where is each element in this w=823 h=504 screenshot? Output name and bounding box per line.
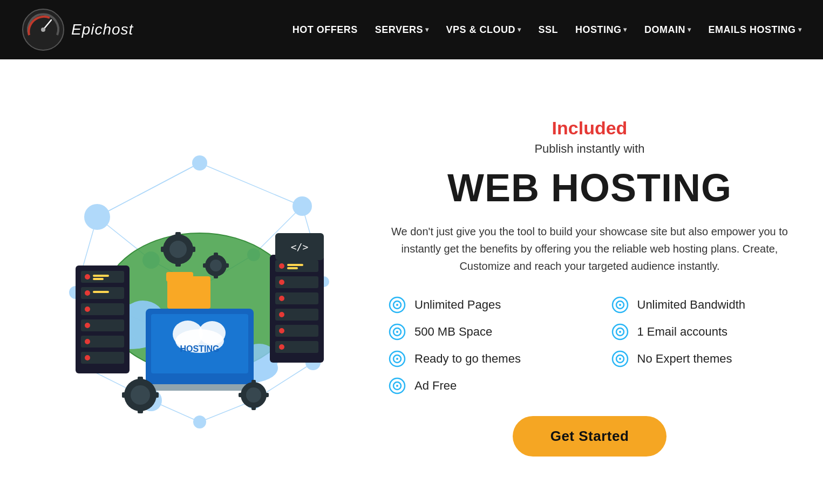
svg-rect-98 [138, 407, 143, 413]
feature-icon-unlimited-bandwidth [611, 296, 629, 314]
svg-rect-92 [214, 273, 218, 278]
svg-point-2 [41, 28, 45, 32]
navbar: Epichost HOT OFFERS SERVERS ▾ VPS & CLOU… [0, 0, 823, 59]
vps-arrow: ▾ [518, 26, 521, 33]
emails-arrow: ▾ [798, 26, 802, 33]
logo-text: Epichost [71, 21, 133, 38]
main-content: HOSTING </> [0, 59, 823, 504]
svg-point-43 [85, 274, 90, 280]
feature-ad-free: Ad Free [389, 377, 568, 394]
included-label: Included [389, 118, 791, 139]
svg-line-4 [200, 163, 302, 206]
svg-rect-88 [189, 247, 195, 252]
svg-rect-61 [287, 267, 298, 269]
feature-email-accounts: 1 Email accounts [611, 323, 791, 340]
feature-icon-ad-free [389, 377, 406, 394]
nav-item-domain[interactable]: DOMAIN ▾ [644, 24, 691, 36]
feature-icon-unlimited-pages [389, 296, 406, 314]
features-grid: Unlimited Pages Unlimited Bandwidth 500 … [389, 296, 791, 394]
svg-point-90 [210, 260, 222, 271]
svg-line-19 [97, 163, 200, 217]
svg-point-124 [619, 358, 621, 360]
svg-rect-48 [93, 291, 109, 293]
svg-rect-86 [175, 260, 181, 267]
nav-item-vps-cloud[interactable]: VPS & CLOUD ▾ [446, 24, 521, 36]
svg-rect-87 [161, 247, 167, 252]
svg-text:</>: </> [291, 241, 309, 253]
svg-rect-103 [251, 380, 256, 385]
publish-text: Publish instantly with [389, 142, 791, 156]
svg-point-63 [279, 280, 284, 285]
svg-rect-91 [214, 253, 218, 258]
svg-rect-99 [122, 392, 128, 398]
feature-no-expert-themes: No Expert themes [611, 350, 791, 367]
feature-icon-email [611, 323, 629, 340]
domain-arrow: ▾ [688, 26, 691, 33]
svg-point-54 [85, 339, 90, 344]
hero-description: We don't just give you the tool to build… [389, 223, 791, 275]
svg-point-118 [619, 331, 621, 333]
svg-point-69 [279, 328, 284, 333]
svg-point-67 [279, 312, 284, 317]
svg-rect-93 [203, 263, 208, 268]
logo-icon [22, 8, 65, 51]
feature-icon-ready-themes [389, 350, 406, 367]
nav-item-servers[interactable]: SERVERS ▾ [375, 24, 429, 36]
hosting-illustration: HOSTING </> [43, 120, 356, 454]
svg-rect-105 [239, 393, 244, 397]
svg-point-21 [84, 204, 110, 230]
svg-point-52 [85, 323, 90, 328]
nav-links: HOT OFFERS SERVERS ▾ VPS & CLOUD ▾ SSL H… [293, 24, 801, 36]
svg-rect-106 [263, 393, 269, 397]
content-area: Included Publish instantly with WEB HOST… [367, 118, 791, 456]
feature-unlimited-pages: Unlimited Pages [389, 296, 568, 314]
svg-point-22 [293, 196, 312, 216]
nav-item-hosting[interactable]: HOSTING ▾ [575, 24, 627, 36]
svg-point-102 [246, 387, 261, 403]
svg-point-47 [85, 290, 90, 296]
svg-point-75 [173, 321, 203, 348]
svg-point-71 [279, 344, 284, 350]
svg-point-84 [169, 241, 187, 258]
svg-rect-85 [175, 232, 181, 239]
cta-area: Get Started [389, 416, 791, 457]
svg-rect-104 [251, 405, 256, 410]
feature-ready-themes: Ready to go themes [389, 350, 568, 367]
svg-rect-94 [223, 263, 229, 268]
servers-arrow: ▾ [425, 26, 429, 33]
nav-item-ssl[interactable]: SSL [538, 24, 558, 36]
nav-item-hot-offers[interactable]: HOT OFFERS [293, 24, 358, 36]
feature-unlimited-bandwidth: Unlimited Bandwidth [611, 296, 791, 314]
svg-rect-45 [93, 278, 104, 280]
svg-point-127 [396, 385, 398, 387]
feature-icon-500mb [389, 323, 406, 340]
svg-rect-44 [93, 275, 109, 277]
svg-point-96 [131, 385, 150, 405]
svg-rect-97 [138, 377, 143, 383]
svg-point-121 [396, 358, 398, 360]
svg-point-50 [85, 307, 90, 312]
svg-point-115 [396, 331, 398, 333]
logo-area: Epichost [22, 8, 133, 51]
svg-text:HOSTING: HOSTING [180, 344, 220, 353]
svg-point-56 [85, 355, 90, 360]
svg-point-20 [192, 155, 207, 171]
hosting-arrow: ▾ [623, 26, 627, 33]
svg-point-109 [396, 304, 398, 306]
illustration-area: HOSTING </> [32, 120, 367, 454]
svg-point-65 [279, 296, 284, 301]
svg-rect-100 [152, 392, 159, 398]
svg-point-112 [619, 304, 621, 306]
feature-500mb-space: 500 MB Space [389, 323, 568, 340]
svg-point-76 [199, 321, 226, 345]
svg-rect-80 [166, 272, 193, 282]
svg-rect-60 [287, 264, 303, 266]
svg-point-59 [279, 263, 284, 269]
hero-title: WEB HOSTING [389, 167, 791, 209]
feature-icon-no-expert [611, 350, 629, 367]
svg-point-32 [193, 416, 206, 428]
nav-item-emails-hosting[interactable]: EMAILS HOSTING ▾ [708, 24, 801, 36]
get-started-button[interactable]: Get Started [513, 416, 667, 457]
